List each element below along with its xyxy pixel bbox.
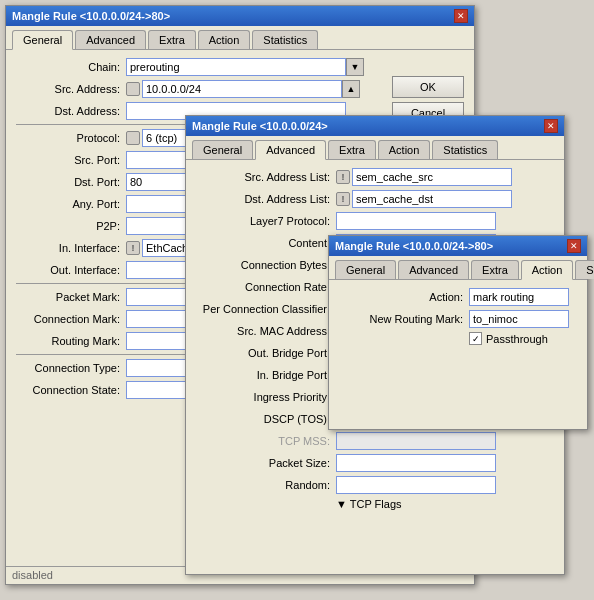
dst-addr-list-row: Dst. Address List: ! — [196, 190, 554, 208]
dst-addr-list-input[interactable] — [352, 190, 512, 208]
in-interface-label: In. Interface: — [16, 242, 126, 254]
out-bridge-label: Out. Bridge Port: — [196, 347, 336, 359]
tab-advanced-adv[interactable]: Advanced — [255, 140, 326, 160]
window-action: Mangle Rule <10.0.0.0/24->80> ✕ General … — [328, 235, 588, 430]
chain-dropdown-btn[interactable]: ▼ — [346, 58, 364, 76]
passthrough-row: ✓ Passthrough — [339, 332, 577, 345]
dst-address-label: Dst. Address: — [16, 105, 126, 117]
tab-bar-action: General Advanced Extra Action Statistics — [329, 256, 587, 280]
packet-size-input[interactable] — [336, 454, 496, 472]
new-routing-mark-row: New Routing Mark: — [339, 310, 577, 328]
layer7-input[interactable] — [336, 212, 496, 230]
passthrough-label: Passthrough — [486, 333, 548, 345]
tab-action-adv[interactable]: Action — [378, 140, 431, 159]
packet-mark-label: Packet Mark: — [16, 291, 126, 303]
dst-addr-list-info[interactable]: ! — [336, 192, 350, 206]
layer7-row: Layer7 Protocol: — [196, 212, 554, 230]
in-bridge-label: In. Bridge Port: — [196, 369, 336, 381]
src-addr-list-input[interactable] — [352, 168, 512, 186]
tab-action-act[interactable]: Action — [521, 260, 574, 280]
tab-extra-act[interactable]: Extra — [471, 260, 519, 279]
action-label: Action: — [339, 291, 469, 303]
title-text-main: Mangle Rule <10.0.0.0/24->80> — [12, 10, 170, 22]
src-addr-list-label: Src. Address List: — [196, 171, 336, 183]
title-text-advanced: Mangle Rule <10.0.0.0/24> — [192, 120, 328, 132]
packet-size-label: Packet Size: — [196, 457, 336, 469]
action-row: Action: — [339, 288, 577, 306]
chain-input[interactable] — [126, 58, 346, 76]
title-text-action: Mangle Rule <10.0.0.0/24->80> — [335, 240, 493, 252]
tab-advanced-main[interactable]: Advanced — [75, 30, 146, 49]
title-bar-main: Mangle Rule <10.0.0.0/24->80> ✕ — [6, 6, 474, 26]
tab-general-main[interactable]: General — [12, 30, 73, 50]
tcp-flags-row: ▼ TCP Flags — [196, 498, 554, 510]
action-input[interactable] — [469, 288, 569, 306]
out-interface-label: Out. Interface: — [16, 264, 126, 276]
conn-bytes-label: Connection Bytes: — [196, 259, 336, 271]
content-label: Content: — [196, 237, 336, 249]
tab-statistics-main[interactable]: Statistics — [252, 30, 318, 49]
status-text: disabled — [12, 569, 53, 581]
random-input[interactable] — [336, 476, 496, 494]
chain-row: Chain: ▼ — [16, 58, 464, 76]
tcp-mss-label: TCP MSS: — [196, 435, 336, 447]
src-mac-label: Src. MAC Address: — [196, 325, 336, 337]
ok-button[interactable]: OK — [392, 76, 464, 98]
tab-extra-main[interactable]: Extra — [148, 30, 196, 49]
dscp-label: DSCP (TOS): — [196, 413, 336, 425]
form-body-action: Action: New Routing Mark: ✓ Passthrough — [329, 280, 587, 357]
src-addr-list-row: Src. Address List: ! — [196, 168, 554, 186]
per-conn-label: Per Connection Classifier: — [196, 303, 336, 315]
protocol-label: Protocol: — [16, 132, 126, 144]
tcp-flags-toggle[interactable]: ▼ TCP Flags — [336, 498, 402, 510]
passthrough-checkbox[interactable]: ✓ — [469, 332, 482, 345]
src-address-input[interactable] — [142, 80, 342, 98]
tab-statistics-act[interactable]: Statistics — [575, 260, 594, 279]
title-bar-advanced: Mangle Rule <10.0.0.0/24> ✕ — [186, 116, 564, 136]
src-address-dropdown[interactable]: ▲ — [342, 80, 360, 98]
ingress-priority-label: Ingress Priority: — [196, 391, 336, 403]
dst-addr-list-label: Dst. Address List: — [196, 193, 336, 205]
packet-size-row: Packet Size: — [196, 454, 554, 472]
protocol-checkbox[interactable] — [126, 131, 140, 145]
chain-label: Chain: — [16, 61, 126, 73]
passthrough-checkbox-wrap: ✓ Passthrough — [469, 332, 548, 345]
in-interface-info[interactable]: ! — [126, 241, 140, 255]
close-button-main[interactable]: ✕ — [454, 9, 468, 23]
tab-general-act[interactable]: General — [335, 260, 396, 279]
tab-bar-advanced: General Advanced Extra Action Statistics — [186, 136, 564, 160]
src-address-label: Src. Address: — [16, 83, 126, 95]
connection-mark-label: Connection Mark: — [16, 313, 126, 325]
tab-advanced-act[interactable]: Advanced — [398, 260, 469, 279]
tab-extra-adv[interactable]: Extra — [328, 140, 376, 159]
title-bar-action: Mangle Rule <10.0.0.0/24->80> ✕ — [329, 236, 587, 256]
random-label: Random: — [196, 479, 336, 491]
close-button-advanced[interactable]: ✕ — [544, 119, 558, 133]
random-row: Random: — [196, 476, 554, 494]
close-button-action[interactable]: ✕ — [567, 239, 581, 253]
tcp-mss-row: TCP MSS: — [196, 432, 554, 450]
tab-statistics-adv[interactable]: Statistics — [432, 140, 498, 159]
p2p-label: P2P: — [16, 220, 126, 232]
connection-state-label: Connection State: — [16, 384, 126, 396]
dst-port-label: Dst. Port: — [16, 176, 126, 188]
layer7-label: Layer7 Protocol: — [196, 215, 336, 227]
checkbox-check-icon: ✓ — [472, 334, 480, 344]
connection-type-label: Connection Type: — [16, 362, 126, 374]
tcp-mss-input — [336, 432, 496, 450]
new-routing-mark-label: New Routing Mark: — [339, 313, 469, 325]
tab-general-adv[interactable]: General — [192, 140, 253, 159]
src-address-checkbox-icon[interactable] — [126, 82, 140, 96]
new-routing-mark-input[interactable] — [469, 310, 569, 328]
conn-rate-label: Connection Rate: — [196, 281, 336, 293]
tab-action-main[interactable]: Action — [198, 30, 251, 49]
src-port-label: Src. Port: — [16, 154, 126, 166]
tab-bar-main: General Advanced Extra Action Statistics — [6, 26, 474, 50]
src-addr-list-info[interactable]: ! — [336, 170, 350, 184]
routing-mark-label: Routing Mark: — [16, 335, 126, 347]
any-port-label: Any. Port: — [16, 198, 126, 210]
